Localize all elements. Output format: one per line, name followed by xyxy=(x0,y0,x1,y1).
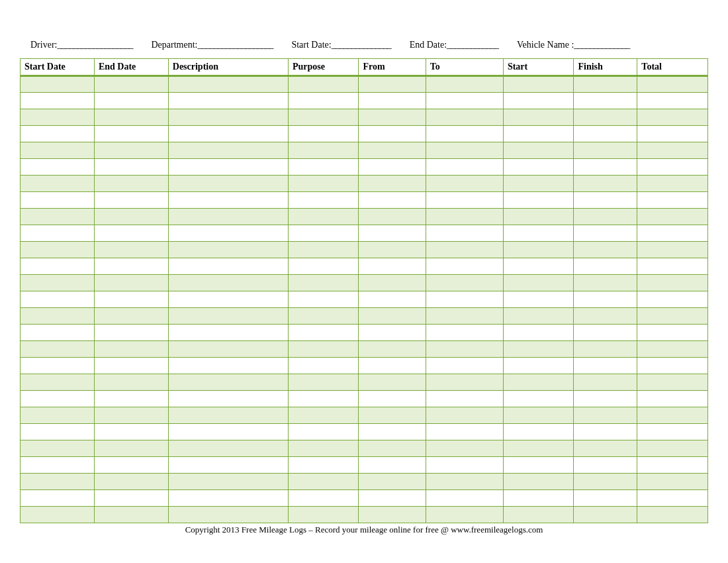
table-cell[interactable] xyxy=(21,325,95,341)
table-cell[interactable] xyxy=(94,209,168,225)
table-cell[interactable] xyxy=(94,225,168,242)
table-cell[interactable] xyxy=(359,490,426,507)
table-cell[interactable] xyxy=(94,93,168,109)
table-cell[interactable] xyxy=(168,275,288,291)
table-cell[interactable] xyxy=(288,93,359,109)
table-cell[interactable] xyxy=(426,391,503,407)
table-cell[interactable] xyxy=(637,242,708,258)
table-cell[interactable] xyxy=(426,159,503,176)
table-cell[interactable] xyxy=(168,291,288,308)
table-cell[interactable] xyxy=(359,358,426,374)
table-cell[interactable] xyxy=(503,142,574,159)
table-cell[interactable] xyxy=(168,225,288,242)
table-cell[interactable] xyxy=(637,440,708,457)
table-cell[interactable] xyxy=(574,507,637,523)
table-cell[interactable] xyxy=(94,258,168,275)
table-cell[interactable] xyxy=(288,109,359,126)
table-cell[interactable] xyxy=(426,76,503,93)
table-cell[interactable] xyxy=(94,176,168,192)
table-cell[interactable] xyxy=(637,225,708,242)
table-cell[interactable] xyxy=(637,308,708,325)
table-cell[interactable] xyxy=(426,209,503,225)
table-cell[interactable] xyxy=(21,209,95,225)
table-cell[interactable] xyxy=(637,142,708,159)
table-cell[interactable] xyxy=(21,176,95,192)
table-cell[interactable] xyxy=(503,325,574,341)
table-cell[interactable] xyxy=(168,507,288,523)
table-cell[interactable] xyxy=(288,176,359,192)
table-cell[interactable] xyxy=(503,209,574,225)
table-cell[interactable] xyxy=(359,507,426,523)
table-cell[interactable] xyxy=(426,424,503,440)
table-cell[interactable] xyxy=(359,325,426,341)
table-cell[interactable] xyxy=(574,358,637,374)
table-cell[interactable] xyxy=(637,358,708,374)
table-cell[interactable] xyxy=(503,374,574,391)
table-cell[interactable] xyxy=(426,358,503,374)
table-cell[interactable] xyxy=(426,374,503,391)
table-cell[interactable] xyxy=(288,374,359,391)
table-cell[interactable] xyxy=(503,258,574,275)
enddate-blank[interactable]: _____________ xyxy=(447,40,498,50)
table-cell[interactable] xyxy=(574,126,637,142)
table-cell[interactable] xyxy=(168,325,288,341)
table-cell[interactable] xyxy=(426,275,503,291)
table-cell[interactable] xyxy=(94,291,168,308)
table-cell[interactable] xyxy=(359,457,426,474)
table-cell[interactable] xyxy=(21,142,95,159)
table-cell[interactable] xyxy=(503,242,574,258)
table-cell[interactable] xyxy=(168,358,288,374)
table-cell[interactable] xyxy=(168,176,288,192)
table-cell[interactable] xyxy=(637,474,708,490)
table-cell[interactable] xyxy=(21,374,95,391)
table-cell[interactable] xyxy=(168,242,288,258)
table-cell[interactable] xyxy=(503,192,574,209)
table-cell[interactable] xyxy=(288,209,359,225)
department-blank[interactable]: ___________________ xyxy=(197,40,273,50)
table-cell[interactable] xyxy=(426,440,503,457)
table-cell[interactable] xyxy=(94,325,168,341)
table-cell[interactable] xyxy=(637,341,708,358)
table-cell[interactable] xyxy=(426,192,503,209)
table-cell[interactable] xyxy=(503,93,574,109)
table-cell[interactable] xyxy=(168,142,288,159)
table-cell[interactable] xyxy=(168,457,288,474)
table-cell[interactable] xyxy=(94,440,168,457)
table-cell[interactable] xyxy=(21,275,95,291)
table-cell[interactable] xyxy=(426,308,503,325)
table-cell[interactable] xyxy=(94,192,168,209)
table-cell[interactable] xyxy=(426,457,503,474)
table-cell[interactable] xyxy=(637,424,708,440)
table-cell[interactable] xyxy=(574,159,637,176)
table-cell[interactable] xyxy=(574,225,637,242)
table-cell[interactable] xyxy=(21,126,95,142)
table-cell[interactable] xyxy=(21,457,95,474)
table-cell[interactable] xyxy=(168,374,288,391)
table-cell[interactable] xyxy=(574,275,637,291)
table-cell[interactable] xyxy=(94,424,168,440)
table-cell[interactable] xyxy=(359,209,426,225)
table-cell[interactable] xyxy=(637,407,708,424)
table-cell[interactable] xyxy=(426,225,503,242)
vehicle-blank[interactable]: ______________ xyxy=(574,40,629,50)
table-cell[interactable] xyxy=(574,258,637,275)
table-cell[interactable] xyxy=(168,440,288,457)
table-cell[interactable] xyxy=(359,391,426,407)
table-cell[interactable] xyxy=(288,308,359,325)
table-cell[interactable] xyxy=(288,258,359,275)
table-cell[interactable] xyxy=(359,407,426,424)
table-cell[interactable] xyxy=(288,424,359,440)
table-cell[interactable] xyxy=(94,142,168,159)
table-cell[interactable] xyxy=(94,159,168,176)
table-cell[interactable] xyxy=(426,242,503,258)
table-cell[interactable] xyxy=(574,76,637,93)
table-cell[interactable] xyxy=(288,159,359,176)
startdate-blank[interactable]: _______________ xyxy=(332,40,391,50)
table-cell[interactable] xyxy=(168,341,288,358)
table-cell[interactable] xyxy=(426,258,503,275)
table-cell[interactable] xyxy=(288,474,359,490)
table-cell[interactable] xyxy=(574,291,637,308)
table-cell[interactable] xyxy=(288,341,359,358)
table-cell[interactable] xyxy=(359,225,426,242)
table-cell[interactable] xyxy=(574,109,637,126)
